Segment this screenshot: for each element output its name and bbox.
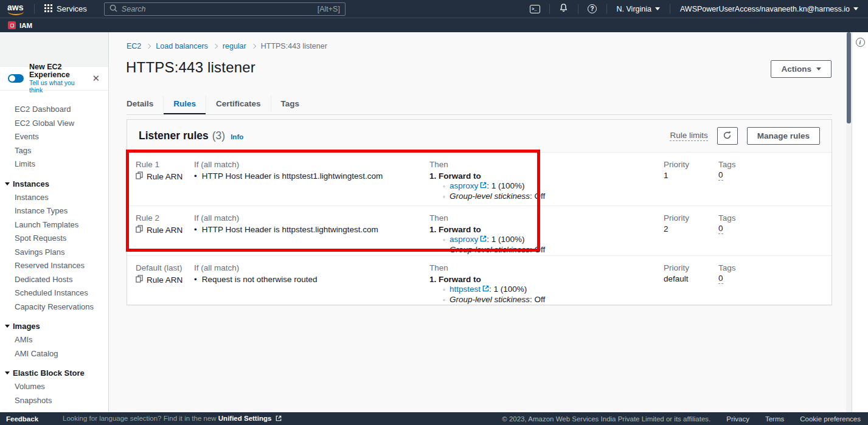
priority-value: 2 xyxy=(664,224,689,235)
listener-rules-panel: Listener rules (3) Info Rule limits Mana… xyxy=(127,119,832,305)
banner-title: New EC2 Experience xyxy=(29,63,89,79)
topbar-divider xyxy=(549,4,550,14)
cookie-preferences-link[interactable]: Cookie preferences xyxy=(800,415,861,423)
search-icon xyxy=(109,4,117,15)
notifications-button[interactable] xyxy=(556,2,572,16)
tags-count-link[interactable]: 0 xyxy=(718,170,723,181)
aws-console-page: aws Services [Alt+S] >_ xyxy=(0,0,868,425)
sidebar-item-ec2-global-view[interactable]: EC2 Global View xyxy=(0,117,108,131)
aws-logo[interactable]: aws xyxy=(7,3,28,15)
copy-icon xyxy=(136,225,143,235)
column-tags: Tags xyxy=(718,263,736,274)
chevron-right-icon xyxy=(251,43,255,48)
info-panel-icon[interactable]: i xyxy=(856,38,865,47)
info-link[interactable]: Info xyxy=(231,133,243,140)
rule-row-default: Default (last) Rule ARN If (all match) R… xyxy=(127,255,832,305)
sidebar-item-capacity-reservations[interactable]: Capacity Reservations xyxy=(0,300,108,314)
cloudshell-button[interactable]: >_ xyxy=(527,2,543,16)
top-navigation-bar: aws Services [Alt+S] >_ xyxy=(0,0,868,18)
sidebar-item-ami-catalog[interactable]: AMI Catalog xyxy=(0,347,108,361)
rule-arn-copy[interactable]: Rule ARN xyxy=(136,275,182,285)
tags-count-link[interactable]: 0 xyxy=(718,224,723,234)
sidebar-item-amis[interactable]: AMIs xyxy=(0,333,108,347)
breadcrumb: EC2 Load balancers regular HTTPS:443 lis… xyxy=(127,42,327,50)
target-group-link[interactable]: httpstest xyxy=(450,285,481,295)
services-menu-button[interactable]: Services xyxy=(41,4,91,14)
page-title: HTTPS:443 listener xyxy=(126,59,255,76)
sidebar-item-scheduled-instances[interactable]: Scheduled Instances xyxy=(0,286,108,300)
sidebar-item-tags[interactable]: Tags xyxy=(0,144,108,158)
terms-link[interactable]: Terms xyxy=(765,415,784,423)
sidebar-item-ec2-dashboard[interactable]: EC2 Dashboard xyxy=(0,103,108,117)
priority-value: default xyxy=(664,274,689,285)
target-group-link[interactable]: asproxy xyxy=(450,181,478,192)
global-search[interactable]: [Alt+S] xyxy=(104,2,345,16)
column-priority: Priority xyxy=(664,159,689,170)
feedback-link[interactable]: Feedback xyxy=(6,415,38,423)
column-tags: Tags xyxy=(718,159,736,170)
rule-condition: Request is not otherwise routed xyxy=(194,275,318,284)
refresh-button[interactable] xyxy=(717,127,738,145)
sidebar-item-instance-types[interactable]: Instance Types xyxy=(0,204,108,218)
close-icon[interactable]: ✕ xyxy=(89,72,102,85)
sidebar-item-reserved-instances[interactable]: Reserved Instances xyxy=(0,259,108,273)
sidebar-section-instances[interactable]: Instances xyxy=(0,177,108,191)
rule-row-1: Rule 1 Rule ARN If (all match) HTTP Host… xyxy=(127,153,832,206)
unified-settings-link[interactable]: Unified Settings xyxy=(218,415,272,422)
tab-certificates[interactable]: Certificates xyxy=(206,93,271,114)
rule-name: Default (last) xyxy=(136,263,182,274)
rule-arn-copy[interactable]: Rule ARN xyxy=(136,225,182,235)
ec2-sidebar: New EC2 Experience Tell us what you thin… xyxy=(0,32,109,412)
rule-condition: HTTP Host Header is httpstest1.lightwing… xyxy=(194,171,383,181)
external-link-icon xyxy=(276,415,282,423)
region-label: N. Virginia xyxy=(617,5,651,13)
rule-action: 1. Forward to xyxy=(429,225,545,234)
scrollbar-thumb[interactable] xyxy=(847,32,851,123)
region-selector[interactable]: N. Virginia xyxy=(613,5,664,13)
forward-target: asproxy : 1 (100%) xyxy=(443,234,545,245)
sidebar-item-spot-requests[interactable]: Spot Requests xyxy=(0,232,108,246)
sidebar-item-launch-templates[interactable]: Launch Templates xyxy=(0,218,108,232)
help-icon: ? xyxy=(588,4,597,13)
sidebar-item-dedicated-hosts[interactable]: Dedicated Hosts xyxy=(0,273,108,287)
search-input[interactable] xyxy=(122,5,313,13)
triangle-down-icon xyxy=(5,371,10,375)
tags-count-link[interactable]: 0 xyxy=(718,274,723,284)
sidebar-section-elastic-block-store[interactable]: Elastic Block Store xyxy=(0,366,108,380)
tab-details[interactable]: Details xyxy=(127,93,163,114)
tab-tags[interactable]: Tags xyxy=(271,93,310,114)
rule-action: 1. Forward to xyxy=(429,275,545,284)
target-group-link[interactable]: asproxy xyxy=(450,235,478,245)
manage-rules-button[interactable]: Manage rules xyxy=(747,127,820,145)
sidebar-item-savings-plans[interactable]: Savings Plans xyxy=(0,246,108,260)
privacy-link[interactable]: Privacy xyxy=(726,415,749,423)
bell-icon xyxy=(559,3,568,15)
column-priority: Priority xyxy=(664,213,689,224)
sidebar-item-volumes[interactable]: Volumes xyxy=(0,380,108,394)
refresh-icon xyxy=(723,131,732,142)
rule-limits-link[interactable]: Rule limits xyxy=(670,131,707,141)
account-menu[interactable]: AWSPowerUserAccess/navaneeth.kn@harness.… xyxy=(676,5,862,13)
tab-rules[interactable]: Rules xyxy=(164,93,206,114)
new-experience-toggle[interactable] xyxy=(8,74,24,83)
breadcrumb-load-balancers[interactable]: Load balancers xyxy=(156,42,207,50)
banner-feedback-link[interactable]: Tell us what you think xyxy=(29,79,89,94)
sidebar-item-limits[interactable]: Limits xyxy=(0,157,108,171)
sidebar-item-snapshots[interactable]: Snapshots xyxy=(0,394,108,408)
actions-button[interactable]: Actions xyxy=(771,60,832,78)
breadcrumb-regular[interactable]: regular xyxy=(223,42,246,50)
breadcrumb-ec2[interactable]: EC2 xyxy=(127,42,141,50)
sidebar-section-images[interactable]: Images xyxy=(0,319,108,333)
sidebar-item-events[interactable]: Events xyxy=(0,130,108,144)
rule-arn-copy[interactable]: Rule ARN xyxy=(136,171,182,181)
favorite-iam-link[interactable]: IAM xyxy=(8,21,32,29)
column-if: If (all match) xyxy=(194,159,383,170)
aws-logo-smile xyxy=(8,11,24,15)
sidebar-item-instances[interactable]: Instances xyxy=(0,191,108,205)
help-button[interactable]: ? xyxy=(585,2,600,16)
topbar-divider xyxy=(606,4,607,14)
vertical-scrollbar[interactable] xyxy=(846,32,852,412)
console-footer: Feedback Looking for language selection?… xyxy=(0,412,868,425)
caret-down-icon xyxy=(655,7,660,10)
search-shortcut-hint: [Alt+S] xyxy=(318,5,340,13)
